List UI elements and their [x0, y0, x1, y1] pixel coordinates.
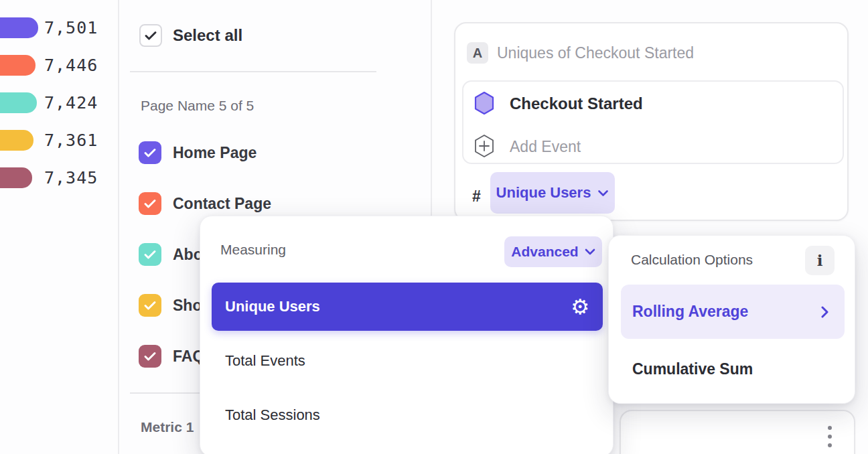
- filter-item-label[interactable]: Home Page: [173, 141, 257, 164]
- add-event-icon[interactable]: [474, 134, 495, 158]
- measure-value: Unique Users: [496, 184, 591, 202]
- menu-option-cumulative-sum[interactable]: Cumulative Sum: [632, 359, 753, 379]
- legend-value: 7,501: [44, 18, 98, 38]
- menu-option-total-sessions[interactable]: Total Sessions: [225, 404, 320, 426]
- measure-dropdown[interactable]: Unique Users: [490, 172, 615, 214]
- chevron-down-icon: [597, 190, 609, 197]
- checkbox-about-page[interactable]: [139, 243, 161, 266]
- legend-value: 7,446: [44, 56, 98, 76]
- advanced-mode-label: Advanced: [511, 244, 578, 260]
- menu-option-label: Unique Users: [225, 298, 320, 315]
- series-badge: A: [467, 42, 488, 64]
- event-card: Checkout Started Add Event: [462, 80, 844, 164]
- legend-bar: [0, 17, 38, 38]
- menu-option-unique-users[interactable]: Unique Users ⚙: [212, 283, 603, 331]
- chevron-right-icon: [821, 306, 828, 318]
- menu-option-total-events[interactable]: Total Events: [225, 350, 305, 372]
- panel-divider: [118, 0, 119, 454]
- metric-label: Metric 1: [141, 419, 194, 435]
- gear-icon[interactable]: ⚙: [571, 297, 589, 317]
- checkbox-shop-page[interactable]: [139, 294, 161, 317]
- checkbox-contact-page[interactable]: [139, 192, 161, 215]
- checkbox-faq-page[interactable]: [139, 345, 161, 368]
- measuring-title: Measuring: [220, 242, 286, 258]
- divider: [130, 71, 376, 72]
- chevron-down-icon: [585, 248, 595, 255]
- query-builder-card: A Uniques of Checkout Started Checkout S…: [454, 22, 849, 221]
- series-title-input[interactable]: Uniques of Checkout Started: [497, 42, 694, 64]
- calculation-options-menu: Calculation Options i Rolling Average Cu…: [608, 235, 855, 404]
- legend-bar: [0, 55, 35, 76]
- legend-value: 7,424: [44, 93, 98, 113]
- calculation-options-title: Calculation Options: [631, 252, 753, 268]
- select-all-label: Select all: [173, 24, 242, 47]
- legend-bar: [0, 130, 33, 151]
- event-name[interactable]: Checkout Started: [510, 93, 643, 115]
- group-by-label: Page Name 5 of 5: [141, 98, 254, 114]
- select-all-checkbox[interactable]: [139, 24, 162, 47]
- more-options-icon[interactable]: [828, 426, 832, 447]
- advanced-mode-dropdown[interactable]: Advanced: [504, 236, 602, 267]
- filter-item-label[interactable]: Contact Page: [173, 192, 271, 215]
- legend-value: 7,361: [44, 131, 98, 151]
- event-hexagon-icon: [474, 91, 495, 115]
- checkbox-home-page[interactable]: [139, 141, 161, 164]
- legend-bar: [0, 92, 37, 113]
- add-event-button[interactable]: Add Event: [510, 136, 581, 157]
- menu-option-label: Rolling Average: [632, 303, 748, 321]
- info-icon[interactable]: i: [805, 246, 835, 275]
- secondary-card: [620, 410, 855, 454]
- legend-value: 7,345: [44, 168, 98, 188]
- measure-prefix: #: [472, 184, 481, 208]
- divider: [130, 392, 208, 394]
- insights-screen: 7,501 7,446 7,424 7,361 7,345 Select all…: [0, 0, 868, 454]
- legend-bar: [0, 167, 32, 188]
- measuring-menu: Measuring Advanced Unique Users ⚙ Total …: [200, 216, 613, 454]
- menu-option-rolling-average[interactable]: Rolling Average: [621, 285, 845, 339]
